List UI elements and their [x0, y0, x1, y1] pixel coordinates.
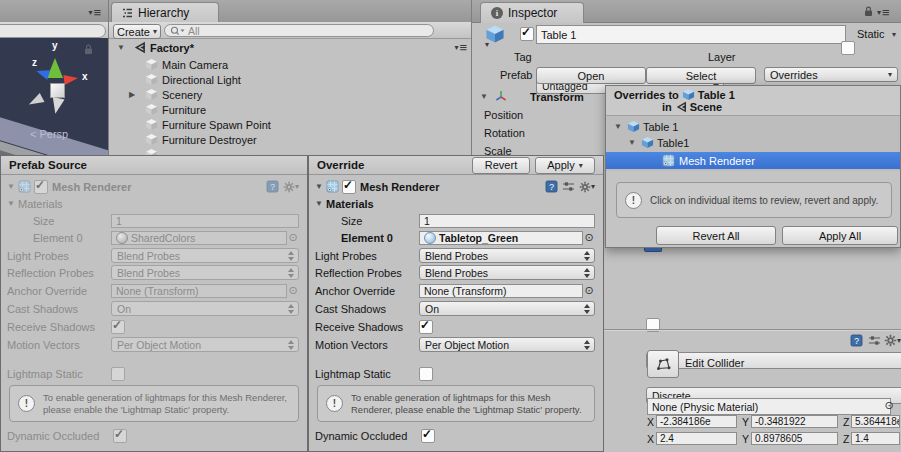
object-picker-icon[interactable]: ⊙ — [883, 400, 895, 411]
revert-all-button[interactable]: Revert All — [656, 226, 776, 245]
hierarchy-row[interactable]: Furniture Spawn Point — [109, 117, 472, 132]
gizmo-neg-axis[interactable] — [49, 97, 64, 115]
gizmo-neg-axis[interactable] — [27, 93, 45, 109]
dynamic-occluded-checkbox[interactable]: ✓ — [421, 429, 435, 443]
component-enabled-checkbox[interactable]: ✓ — [342, 180, 356, 194]
scene-panel-menu-icon[interactable]: ▾≡ — [88, 5, 100, 20]
prefab-open-button[interactable]: Open — [536, 67, 646, 84]
center-z-field[interactable]: 5.364418e- — [851, 415, 900, 428]
apply-button[interactable]: Apply▾ — [535, 157, 595, 174]
component-header[interactable]: ▼ ✓ Mesh Renderer ? ▾ — [315, 179, 595, 194]
static-flags-caret[interactable]: ▾ — [892, 30, 896, 39]
transform-title[interactable]: Transform — [530, 91, 584, 103]
motion-vectors-dropdown[interactable]: Per Object Motion — [111, 337, 299, 352]
tab-inspector[interactable]: i Inspector — [480, 2, 584, 23]
hierarchy-search-input[interactable]: All — [164, 24, 434, 37]
cast-shadows-dropdown[interactable]: On — [419, 301, 595, 316]
scene-context-menu-icon[interactable]: ▾≡ — [454, 40, 472, 55]
foldout-icon[interactable]: ▼ — [614, 122, 624, 131]
size-field[interactable]: 1 — [419, 214, 595, 228]
create-button[interactable]: Create▾ — [113, 24, 161, 39]
light-probes-dropdown[interactable]: Blend Probes — [419, 248, 595, 263]
dynamic-occluded-checkbox[interactable]: ✓ — [113, 429, 127, 443]
popup-tree-row-selected[interactable]: Mesh Renderer — [606, 152, 900, 169]
center-x-field[interactable]: -2.384186e — [656, 415, 737, 428]
gear-menu-icon[interactable]: ▾ — [579, 181, 595, 193]
mesh-renderer-icon — [18, 180, 31, 193]
size-x-field[interactable]: 2.4 — [656, 432, 737, 445]
receive-shadows-checkbox[interactable]: ✓ — [111, 320, 125, 334]
static-label: Static — [857, 28, 885, 40]
override-header: Override Revert Apply▾ — [309, 156, 603, 175]
help-book-icon[interactable]: ? — [266, 180, 279, 193]
lock-icon[interactable] — [84, 44, 93, 55]
materials-foldout[interactable]: ▼Materials — [315, 196, 595, 211]
hierarchy-row[interactable]: ▶ Scenery — [109, 87, 472, 102]
gizmo-x-axis[interactable] — [63, 73, 78, 85]
prefab-select-button[interactable]: Select — [646, 67, 756, 84]
help-book-icon[interactable]: ? — [545, 180, 558, 193]
popup-tree-row[interactable]: ▼ Table 1 — [606, 119, 900, 134]
object-picker-icon[interactable]: ⊙ — [287, 285, 299, 296]
size-y-field[interactable]: 0.8978605 — [751, 432, 838, 445]
motion-vectors-dropdown[interactable]: Per Object Motion — [419, 337, 595, 352]
presets-icon[interactable] — [562, 180, 575, 193]
materials-foldout[interactable]: ▼Materials — [7, 196, 299, 211]
hierarchy-row-scene-root[interactable]: ▼ Factory* ▾≡ — [109, 40, 472, 55]
light-probes-row: Light ProbesBlend Probes — [315, 248, 595, 263]
light-probes-dropdown[interactable]: Blend Probes — [111, 248, 299, 263]
foldout-icon[interactable]: ▼ — [480, 92, 491, 101]
reflection-probes-dropdown[interactable]: Blend Probes — [111, 265, 299, 280]
scene-search-input[interactable] — [0, 24, 106, 38]
center-y-field[interactable]: -0.3481922 — [751, 415, 838, 428]
material-sphere-icon — [424, 232, 436, 244]
hierarchy-row[interactable]: Furniture — [109, 102, 472, 117]
hierarchy-row[interactable]: Furniture Destroyer — [109, 132, 472, 147]
anchor-override-field[interactable]: None (Transform) — [419, 284, 583, 298]
size-x-label: X — [647, 433, 654, 445]
name-input[interactable]: Table 1 — [536, 25, 846, 44]
popup-title-prefix: Overrides to — [614, 89, 679, 101]
lock-icon[interactable] — [864, 6, 873, 17]
popup-tree-row[interactable]: ▼ Table1 — [606, 135, 900, 150]
component-header[interactable]: ▼ ✓ Mesh Renderer ? ▾ — [7, 179, 299, 194]
size-field[interactable]: 1 — [111, 214, 299, 228]
prefab-overrides-button[interactable]: Overrides▾ — [764, 67, 898, 82]
foldout-icon[interactable]: ▼ — [628, 138, 638, 147]
size-z-field[interactable]: 1.4 — [851, 432, 900, 445]
object-picker-icon[interactable]: ⊙ — [583, 285, 595, 296]
apply-all-button[interactable]: Apply All — [782, 226, 898, 245]
receive-shadows-checkbox[interactable]: ✓ — [419, 320, 433, 334]
lightmap-static-checkbox[interactable] — [419, 367, 433, 381]
help-book-icon[interactable]: ? — [850, 334, 863, 347]
hierarchy-row[interactable]: Directional Light — [109, 72, 472, 87]
reflection-probes-dropdown[interactable]: Blend Probes — [419, 265, 595, 280]
foldout-icon[interactable]: ▼ — [117, 43, 129, 52]
hierarchy-row[interactable]: Main Camera — [109, 57, 472, 72]
svg-text:?: ? — [549, 182, 554, 192]
inspector-panel-menu-icon[interactable]: ▾≡ — [877, 5, 889, 20]
element0-object-field[interactable]: Tabletop_Green — [419, 231, 583, 245]
lightmap-static-checkbox[interactable] — [111, 367, 125, 381]
object-picker-icon[interactable]: ⊙ — [583, 232, 595, 243]
foldout-icon[interactable]: ▶ — [129, 90, 141, 99]
prefab-source-header: Prefab Source — [1, 156, 307, 175]
static-checkbox[interactable] — [841, 41, 855, 55]
active-checkbox[interactable]: ✓ — [520, 27, 534, 41]
element0-object-field[interactable]: SharedColors — [111, 231, 287, 245]
object-picker-icon[interactable]: ⊙ — [287, 232, 299, 243]
presets-icon[interactable] — [868, 334, 881, 347]
physic-material-field[interactable]: None (Physic Material) — [647, 398, 891, 415]
prefab-icon-caret[interactable]: ▾ — [485, 40, 489, 49]
gear-menu-icon[interactable]: ▾ — [884, 334, 901, 347]
gear-menu-icon[interactable]: ▾ — [283, 181, 299, 193]
tab-hierarchy[interactable]: Hierarchy — [111, 2, 219, 23]
edit-collider-button[interactable] — [647, 350, 679, 378]
gizmo-y-axis[interactable] — [47, 58, 63, 78]
perspective-label[interactable]: < Persp — [30, 128, 68, 140]
anchor-override-field[interactable]: None (Transform) — [111, 284, 287, 298]
revert-button[interactable]: Revert — [472, 157, 530, 174]
component-enabled-checkbox[interactable]: ✓ — [34, 180, 48, 194]
cast-shadows-dropdown[interactable]: On — [111, 301, 299, 316]
gizmo-center-cube[interactable] — [50, 83, 65, 98]
